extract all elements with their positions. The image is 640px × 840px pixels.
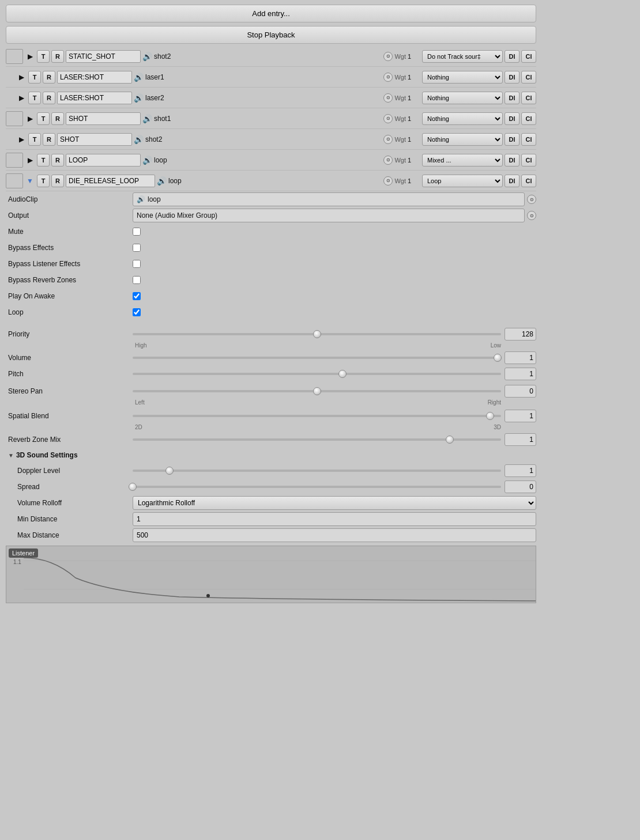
expand-arrow[interactable]: ▼ xyxy=(25,176,35,186)
stereo-section: Stereo Pan Left Right xyxy=(6,382,536,407)
bypass-listener-checkbox[interactable] xyxy=(133,260,141,268)
audio-clip-picker[interactable]: ⊙ xyxy=(527,195,536,204)
expand-arrow[interactable]: ▶ xyxy=(16,72,27,82)
stereo-thumb[interactable] xyxy=(313,387,321,395)
doppler-thumb[interactable] xyxy=(165,467,174,475)
loop-checkbox[interactable] xyxy=(133,308,141,316)
t-button[interactable]: T xyxy=(37,50,50,63)
color-swatch[interactable] xyxy=(6,173,23,188)
circle-button[interactable]: ⊙ xyxy=(383,176,393,186)
dl-button[interactable]: Dl xyxy=(505,112,519,125)
stereo-pan-row: Stereo Pan xyxy=(6,383,536,399)
add-entry-button[interactable]: Add entry... xyxy=(6,5,536,22)
expand-arrow[interactable]: ▶ xyxy=(25,155,35,165)
volume-label: Volume xyxy=(6,354,133,362)
color-swatch[interactable] xyxy=(6,111,23,126)
r-button[interactable]: R xyxy=(43,133,55,146)
t-button[interactable]: T xyxy=(28,92,41,104)
cl-button[interactable]: Cl xyxy=(521,50,536,63)
entry-name-field[interactable] xyxy=(66,154,141,167)
dl-button[interactable]: Dl xyxy=(505,92,519,104)
track-select[interactable]: Loop xyxy=(422,175,503,187)
cl-button[interactable]: Cl xyxy=(521,175,536,187)
dl-button[interactable]: Dl xyxy=(505,50,519,63)
dl-button[interactable]: Dl xyxy=(505,133,519,146)
sound-settings-header[interactable]: ▼ 3D Sound Settings xyxy=(6,448,536,463)
t-button[interactable]: T xyxy=(37,175,50,187)
play-on-awake-checkbox[interactable] xyxy=(133,292,141,300)
cl-button[interactable]: Cl xyxy=(521,71,536,84)
pitch-value-field[interactable] xyxy=(505,368,536,380)
circle-button[interactable]: ⊙ xyxy=(383,135,393,144)
volume-value-field[interactable] xyxy=(505,351,536,364)
entry-name-field[interactable] xyxy=(66,112,141,125)
circle-button[interactable]: ⊙ xyxy=(383,93,393,103)
pitch-thumb[interactable] xyxy=(338,370,347,378)
entry-name-field[interactable] xyxy=(57,133,132,146)
track-select[interactable]: Nothing xyxy=(422,112,503,125)
expand-arrow[interactable]: ▶ xyxy=(25,51,35,62)
volume-rolloff-select[interactable]: Logarithmic Rolloff xyxy=(133,496,536,510)
circle-button[interactable]: ⊙ xyxy=(383,73,393,82)
t-button[interactable]: T xyxy=(37,154,50,167)
spatial-thumb[interactable] xyxy=(486,412,494,420)
min-distance-input[interactable] xyxy=(133,512,536,526)
stereo-value-field[interactable] xyxy=(505,385,536,398)
bypass-effects-checkbox[interactable] xyxy=(133,244,141,252)
r-button[interactable]: R xyxy=(51,112,64,125)
color-swatch[interactable] xyxy=(6,49,23,64)
reverb-value-field[interactable] xyxy=(505,433,536,446)
dl-button[interactable]: Dl xyxy=(505,71,519,84)
r-button[interactable]: R xyxy=(43,71,55,84)
track-select[interactable]: Nothing xyxy=(422,92,503,104)
cl-button[interactable]: Cl xyxy=(521,92,536,104)
entry-name-field[interactable] xyxy=(66,175,155,187)
r-button[interactable]: R xyxy=(43,92,55,104)
spread-thumb[interactable] xyxy=(129,483,137,491)
circle-button[interactable]: ⊙ xyxy=(383,52,393,61)
expand-arrow[interactable]: ▶ xyxy=(16,93,27,103)
r-button[interactable]: R xyxy=(51,175,64,187)
r-button[interactable]: R xyxy=(51,154,64,167)
circle-button[interactable]: ⊙ xyxy=(383,114,393,123)
t-button[interactable]: T xyxy=(28,71,41,84)
track-select[interactable]: Mixed ... xyxy=(422,154,503,167)
output-picker[interactable]: ⊙ xyxy=(527,211,536,220)
expand-arrow[interactable]: ▶ xyxy=(25,113,35,124)
bypass-reverb-checkbox[interactable] xyxy=(133,276,141,284)
stop-playback-button[interactable]: Stop Playback xyxy=(6,26,536,44)
dl-button[interactable]: Dl xyxy=(505,154,519,167)
circle-button[interactable]: ⊙ xyxy=(383,156,393,165)
color-swatch[interactable] xyxy=(6,153,23,168)
cl-button[interactable]: Cl xyxy=(521,133,536,146)
volume-thumb[interactable] xyxy=(494,354,502,362)
doppler-slider-container xyxy=(133,464,536,477)
track-select[interactable]: Nothing xyxy=(422,133,503,146)
cl-button[interactable]: Cl xyxy=(521,154,536,167)
mute-checkbox[interactable] xyxy=(133,228,141,236)
wgt-label: Wgt xyxy=(394,136,406,143)
expand-arrow[interactable]: ▶ xyxy=(16,134,27,145)
priority-value-field[interactable] xyxy=(505,328,536,340)
track-select[interactable]: Nothing xyxy=(422,71,503,84)
r-button[interactable]: R xyxy=(51,50,64,63)
entry-name-field[interactable] xyxy=(57,92,132,104)
reverb-thumb[interactable] xyxy=(446,436,454,444)
entry-name-field[interactable] xyxy=(57,71,132,84)
track-select[interactable]: Do not Track sour‡ xyxy=(422,50,503,63)
entry-name-field[interactable] xyxy=(66,50,141,63)
volume-rolloff-select-wrap: Logarithmic Rolloff xyxy=(133,496,536,510)
max-distance-input-wrap xyxy=(133,528,536,542)
cl-button[interactable]: Cl xyxy=(521,112,536,125)
doppler-value-field[interactable] xyxy=(505,464,536,477)
spread-label: Spread xyxy=(6,483,133,491)
t-button[interactable]: T xyxy=(37,112,50,125)
spatial-value-field[interactable] xyxy=(505,410,536,422)
chart-svg xyxy=(6,546,536,603)
t-button[interactable]: T xyxy=(28,133,41,146)
dl-button[interactable]: Dl xyxy=(505,175,519,187)
max-distance-input[interactable] xyxy=(133,528,536,542)
play-on-awake-row: Play On Awake xyxy=(6,288,536,304)
priority-thumb[interactable] xyxy=(313,330,321,338)
spread-value-field[interactable] xyxy=(505,480,536,493)
